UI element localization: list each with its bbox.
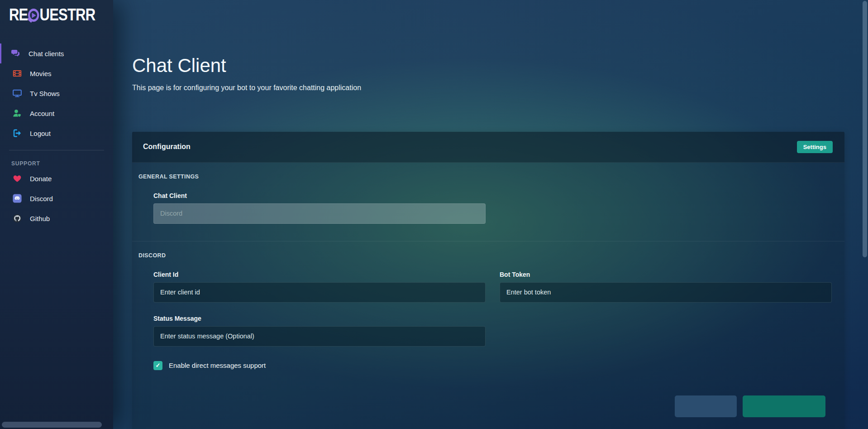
main-content: Chat Client This page is for configuring…	[113, 0, 868, 429]
configuration-title: Configuration	[143, 143, 191, 151]
user-shield-icon	[13, 109, 22, 118]
sidebar-item-label: Github	[30, 215, 50, 222]
bot-token-label: Bot Token	[500, 271, 832, 278]
tv-icon	[13, 89, 22, 98]
logo-text-post: UESTRR	[40, 5, 95, 24]
card-actions-row	[153, 395, 832, 417]
page-title: Chat Client	[132, 53, 844, 78]
sidebar-item-label: Donate	[30, 175, 52, 183]
chat-bubbles-icon	[11, 49, 20, 58]
status-message-input[interactable]	[153, 326, 486, 347]
sidebar-divider	[9, 150, 104, 150]
sidebar-item-chat-clients[interactable]: Chat clients	[0, 43, 113, 63]
sidebar-nav: Chat clients Movies Tv Shows	[0, 43, 113, 143]
discord-icon	[13, 194, 22, 203]
enable-dm-checkbox-row[interactable]: ✓ Enable direct messages support	[153, 361, 832, 370]
client-id-label: Client Id	[153, 271, 486, 278]
bot-token-input[interactable]	[500, 282, 832, 303]
chat-client-label: Chat Client	[153, 192, 832, 199]
page-subtitle: This page is for configuring your bot to…	[132, 84, 844, 92]
configuration-card: Configuration Settings GENERAL SETTINGS …	[132, 132, 844, 429]
sidebar-item-github[interactable]: Github	[0, 208, 113, 228]
sidebar-item-donate[interactable]: Donate	[0, 169, 113, 188]
sidebar-item-tv-shows[interactable]: Tv Shows	[0, 83, 113, 103]
app-logo: REUESTRR	[0, 0, 113, 24]
discord-section: DISCORD Client Id Bot Token Status Messa…	[132, 241, 844, 417]
sidebar-item-movies[interactable]: Movies	[0, 63, 113, 83]
sidebar-item-label: Movies	[30, 70, 52, 77]
save-changes-button[interactable]	[743, 395, 825, 417]
general-settings-section: GENERAL SETTINGS Chat Client	[132, 163, 844, 241]
github-icon	[13, 214, 22, 223]
sidebar-item-label: Discord	[30, 195, 53, 202]
sidebar-item-label: Chat clients	[29, 50, 64, 58]
settings-button[interactable]: Settings	[797, 141, 833, 153]
enable-dm-checkbox[interactable]: ✓	[153, 361, 162, 370]
logo-text-pre: RE	[9, 5, 28, 24]
sidebar: REUESTRR Chat clients Movies	[0, 0, 113, 429]
vertical-scrollbar-thumb[interactable]	[863, 1, 867, 257]
status-message-label: Status Message	[153, 315, 832, 322]
heart-icon	[13, 174, 22, 183]
sidebar-item-label: Logout	[30, 130, 51, 137]
sidebar-item-account[interactable]: Account	[0, 103, 113, 123]
chat-client-input	[153, 203, 486, 224]
discord-section-label: DISCORD	[138, 252, 832, 259]
secondary-action-button[interactable]	[675, 395, 737, 417]
sidebar-item-label: Tv Shows	[30, 90, 60, 97]
logo-q-play-icon	[28, 9, 39, 22]
support-section-label: SUPPORT	[11, 160, 113, 167]
general-settings-label: GENERAL SETTINGS	[138, 174, 832, 180]
film-icon	[13, 69, 22, 78]
sidebar-item-logout[interactable]: Logout	[0, 123, 113, 143]
sidebar-item-discord[interactable]: Discord	[0, 188, 113, 208]
enable-dm-checkbox-label: Enable direct messages support	[169, 362, 266, 369]
horizontal-scrollbar-thumb[interactable]	[2, 422, 102, 428]
sidebar-item-label: Account	[30, 110, 54, 117]
client-id-input[interactable]	[153, 282, 486, 303]
logout-icon	[13, 129, 22, 138]
configuration-card-header: Configuration Settings	[132, 132, 844, 163]
